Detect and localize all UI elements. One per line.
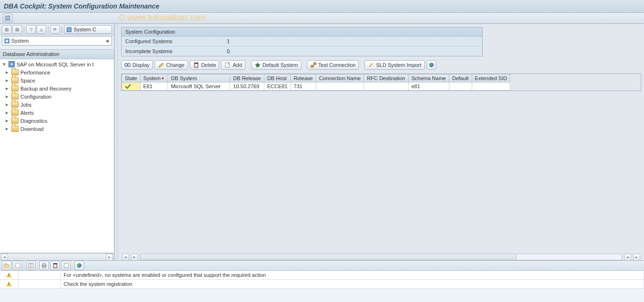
msg-export-icon[interactable]: [26, 261, 36, 270]
col-db-release[interactable]: DB Release: [230, 74, 264, 82]
expander-icon[interactable]: ▸: [5, 85, 9, 92]
scroll-right2-icon[interactable]: ▸: [633, 254, 640, 261]
sld-import-button[interactable]: SLD System Import: [364, 60, 424, 70]
tree-item-download[interactable]: ▸ Download: [0, 125, 114, 133]
col-db-host[interactable]: DB Host: [264, 74, 291, 82]
action-toolbar: Display Change Delete Add Default S: [121, 59, 641, 71]
new-doc-icon: [224, 62, 231, 68]
wand-icon: [368, 62, 374, 68]
messages-toolbar: [0, 261, 644, 271]
col-schema-name[interactable]: Schema Name: [408, 74, 449, 82]
toolbar-separator: [62, 26, 62, 33]
tree-item-jobs[interactable]: ▸ Jobs: [0, 101, 114, 109]
tree-root-item[interactable]: ▾ SAP on Microsoft SQL Server in t: [0, 60, 114, 68]
tree-item-configuration[interactable]: ▸ Configuration: [0, 92, 114, 101]
delete-button[interactable]: Delete: [190, 60, 220, 70]
system-c-label: System C: [74, 27, 96, 32]
msg-open-icon[interactable]: [2, 261, 11, 270]
expander-icon[interactable]: ▾: [2, 61, 7, 67]
msg-color-icon[interactable]: [75, 261, 84, 270]
folder-icon: [11, 110, 19, 116]
scroll-left2-icon[interactable]: ◂: [624, 254, 631, 261]
msg-print-icon[interactable]: [39, 261, 49, 270]
tree-find-icon[interactable]: ▽: [26, 25, 36, 34]
tree-find-next-icon[interactable]: △: [37, 25, 46, 34]
expander-icon[interactable]: ▸: [5, 93, 9, 100]
msg-blank-icon[interactable]: [13, 261, 22, 270]
message-row[interactable]: Check the system registration: [0, 280, 644, 289]
system-select[interactable]: System ◄: [2, 36, 112, 46]
pencil-icon: [158, 62, 164, 68]
tree-item-diagnostics[interactable]: ▸ Diagnostics: [0, 117, 114, 125]
svg-rect-9: [195, 64, 198, 67]
menu-icon[interactable]: [3, 14, 12, 22]
col-db-system[interactable]: DB System: [168, 74, 230, 82]
test-connection-button[interactable]: Test Connection: [307, 60, 359, 70]
tree-expand-all-icon[interactable]: ▥: [2, 25, 11, 34]
connection-icon: [310, 62, 317, 68]
col-system[interactable]: System▲: [140, 74, 168, 82]
scroll-thumb[interactable]: [140, 254, 516, 260]
tree-item-backup[interactable]: ▸ Backup and Recovery: [0, 84, 114, 92]
col-release[interactable]: Release: [290, 74, 316, 82]
grid-row[interactable]: E81 Microsoft SQL Server 10.50.2769 ECCE…: [122, 82, 510, 91]
system-c-button[interactable]: System C: [64, 25, 112, 34]
config-row-label: Configured Systems: [125, 38, 211, 44]
tree-item-alerts[interactable]: ▸ Alerts: [0, 109, 114, 117]
scroll-track[interactable]: [140, 254, 622, 260]
svg-rect-27: [54, 264, 57, 268]
tree-toolbar: ▥ ▤ ▽ △ ⟳ System C: [0, 24, 114, 35]
scroll-left-icon[interactable]: ◂: [1, 254, 8, 261]
warning-icon: [6, 282, 12, 286]
expander-icon[interactable]: ▸: [5, 77, 9, 83]
msg-doc-icon[interactable]: [61, 261, 71, 270]
default-system-button[interactable]: Default System: [251, 60, 301, 70]
cell-db-system: Microsoft SQL Server: [168, 82, 230, 91]
app-window: DBA Cockpit: System Configuration Mainte…: [0, 0, 644, 302]
left-scrollbar[interactable]: ◂ ··· ▸: [0, 253, 114, 260]
messages-panel: For <undefined>, no systems are enabled …: [0, 260, 644, 302]
tree-item-performance[interactable]: ▸ Performance: [0, 68, 114, 76]
svg-rect-26: [43, 266, 46, 268]
expander-icon[interactable]: ▸: [5, 126, 9, 132]
msg-col2: [19, 280, 61, 288]
expander-icon[interactable]: ▸: [5, 101, 9, 108]
titlebar: DBA Cockpit: System Configuration Mainte…: [0, 0, 644, 13]
col-state[interactable]: State: [122, 74, 140, 82]
svg-rect-1: [5, 18, 10, 18]
svg-rect-2: [5, 19, 10, 20]
page-title: DBA Cockpit: System Configuration Mainte…: [4, 2, 159, 10]
scroll-right-icon[interactable]: ▸: [106, 254, 113, 261]
grid-h-scrollbar[interactable]: ◂ ▸ ◂ ▸: [121, 254, 641, 260]
svg-point-7: [128, 64, 131, 66]
tree-refresh-icon[interactable]: ⟳: [50, 25, 60, 34]
toolbar-separator: [48, 26, 48, 33]
color-legend-button[interactable]: [427, 60, 436, 70]
display-button[interactable]: Display: [121, 60, 153, 70]
splitter-handle[interactable]: [114, 24, 118, 260]
systems-grid: State System▲ DB System DB Release DB Ho…: [121, 73, 641, 91]
expander-icon[interactable]: ▸: [5, 118, 9, 124]
expander-icon[interactable]: ▸: [5, 110, 9, 116]
msg-severity: [0, 280, 19, 288]
col-label: Release: [294, 75, 313, 81]
change-button[interactable]: Change: [155, 60, 188, 70]
cell-release: 731: [290, 82, 316, 91]
message-row[interactable]: For <undefined>, no systems are enabled …: [0, 271, 644, 280]
tree-item-label: Download: [20, 126, 44, 132]
msg-delete-icon[interactable]: [50, 261, 60, 270]
scroll-right-icon[interactable]: ▸: [131, 254, 138, 261]
tree-section-header: Database Administration: [0, 49, 114, 59]
expander-icon[interactable]: ▸: [5, 69, 9, 75]
col-connection-name[interactable]: Connection Name: [316, 74, 364, 82]
col-rfc-destination[interactable]: RFC Destination: [364, 74, 409, 82]
tree-item-space[interactable]: ▸ Space: [0, 76, 114, 84]
col-default[interactable]: Default: [449, 74, 472, 82]
col-extended-sid[interactable]: Extended SID: [472, 74, 510, 82]
svg-rect-28: [53, 263, 57, 264]
tree-item-label: Diagnostics: [20, 118, 47, 124]
cell-schema-name: e81: [408, 82, 449, 91]
tree-collapse-all-icon[interactable]: ▤: [12, 25, 22, 34]
scroll-left-icon[interactable]: ◂: [122, 254, 129, 261]
add-button[interactable]: Add: [221, 60, 245, 70]
